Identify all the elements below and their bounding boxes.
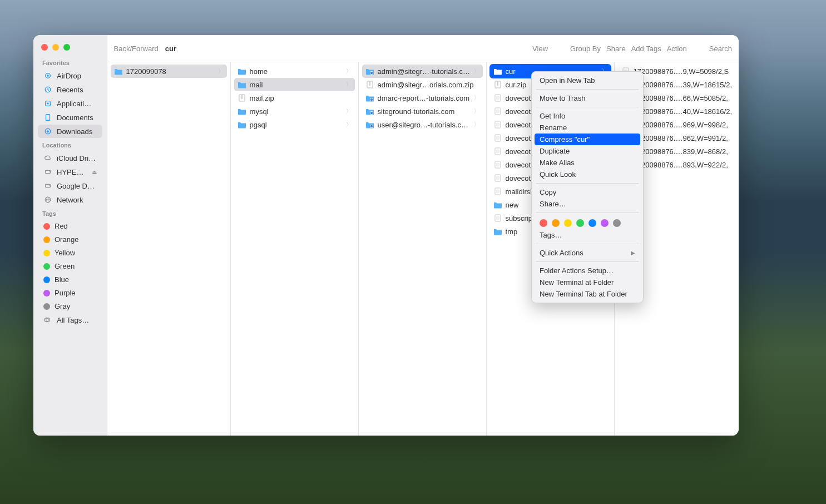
cm-new-terminal-tab-at-folder[interactable]: New Terminal Tab at Folder bbox=[532, 288, 643, 300]
cm-move-to-trash[interactable]: Move to Trash bbox=[532, 92, 643, 104]
add-tags-button[interactable]: Add Tags bbox=[631, 45, 661, 53]
file-row-mail[interactable]: mail 〉 bbox=[234, 78, 355, 91]
sidebar-tag-green[interactable]: Green bbox=[38, 260, 102, 273]
sidebar-item-recents[interactable]: Recents bbox=[38, 83, 102, 96]
file-row-home[interactable]: home 〉 bbox=[234, 65, 355, 78]
file-row-admin-sitegr-orials-com-zip[interactable]: admin@sitegr…orials.com.zip bbox=[362, 78, 483, 91]
sidebar-item-downloads[interactable]: Downloads bbox=[38, 125, 102, 138]
cm-get-info[interactable]: Get Info bbox=[532, 110, 643, 122]
tag-color-dot[interactable] bbox=[613, 219, 621, 227]
svg-point-26 bbox=[370, 125, 372, 127]
action-button[interactable]: Action bbox=[667, 45, 687, 53]
all-tags-icon bbox=[43, 315, 52, 324]
sidebar-item-documents[interactable]: Documents bbox=[38, 111, 102, 124]
file-name-label: 1720098876.…962,W=991/2, bbox=[634, 134, 732, 142]
sidebar-tag-blue[interactable]: Blue bbox=[38, 273, 102, 286]
share-button[interactable]: Share bbox=[606, 45, 626, 53]
sidebar: Favorites AirDrop Recents Applicati… Doc… bbox=[33, 35, 107, 436]
folder-remote-icon bbox=[365, 120, 374, 129]
cm-new-terminal-at-folder[interactable]: New Terminal at Folder bbox=[532, 276, 643, 288]
chevron-right-icon: 〉 bbox=[474, 107, 479, 115]
file-name-label: mysql bbox=[250, 107, 343, 116]
file-row-mail-zip[interactable]: mail.zip bbox=[234, 91, 355, 105]
file-row-siteground-tutorials-com[interactable]: siteground-tutorials.com 〉 bbox=[362, 105, 483, 118]
cm-folder-actions-setup[interactable]: Folder Actions Setup… bbox=[532, 265, 643, 276]
file-row-dmarc-report-tutorials-com[interactable]: dmarc-report…-tutorials.com 〉 bbox=[362, 91, 483, 105]
file-name-label: pgsql bbox=[250, 121, 343, 129]
cm-quick-actions[interactable]: Quick Actions ▶ bbox=[532, 247, 643, 259]
sidebar-tag-purple[interactable]: Purple bbox=[38, 286, 102, 299]
file-name-label: 1720098876.…40,W=18616/2, bbox=[634, 107, 732, 116]
cm-compress[interactable]: Compress "cur" bbox=[535, 134, 640, 145]
desktop: Favorites AirDrop Recents Applicati… Doc… bbox=[0, 0, 826, 504]
file-row-user-sitegro-tutorials-com[interactable]: user@sitegro…-tutorials.com 〉 bbox=[362, 118, 483, 131]
tag-color-dot[interactable] bbox=[540, 219, 547, 227]
doc-icon bbox=[43, 113, 52, 122]
chevron-right-icon: ▶ bbox=[631, 250, 635, 256]
file-icon bbox=[493, 174, 502, 182]
file-name-label: user@sitegro…-tutorials.com bbox=[378, 121, 471, 129]
file-row-mysql[interactable]: mysql 〉 bbox=[234, 105, 355, 118]
file-row-1720099078[interactable]: 1720099078 〉 bbox=[111, 65, 227, 78]
eject-icon[interactable]: ⏏ bbox=[92, 169, 97, 175]
sidebar-item-icloud-dri[interactable]: iCloud Dri… bbox=[38, 151, 102, 165]
sidebar-tag-orange[interactable]: Orange bbox=[38, 233, 102, 246]
sidebar-item-all-tags[interactable]: All Tags… bbox=[38, 313, 102, 327]
file-name-label: 1720098876.…839,W=868/2, bbox=[634, 147, 732, 156]
sidebar-item-hype[interactable]: HYPE… ⏏ bbox=[38, 165, 102, 179]
sidebar-item-applicati[interactable]: Applicati… bbox=[38, 97, 102, 110]
file-name-label: 1720099078 bbox=[126, 67, 215, 76]
file-name-label: 1720098876.…66,W=5085/2, bbox=[634, 94, 732, 102]
tag-color-dot[interactable] bbox=[576, 219, 584, 227]
tag-dot-icon bbox=[43, 263, 50, 270]
sidebar-item-label: Blue bbox=[55, 275, 97, 284]
sidebar-tag-red[interactable]: Red bbox=[38, 220, 102, 233]
main-area: Back/Forward cur View Group By Share Add… bbox=[107, 35, 739, 436]
cm-share[interactable]: Share… bbox=[532, 198, 643, 210]
file-name-label: 1720098876.…893,W=922/2, bbox=[634, 161, 732, 169]
file-icon bbox=[493, 134, 502, 142]
group-by-button[interactable]: Group By bbox=[570, 45, 601, 53]
folder-remote-icon bbox=[365, 93, 374, 102]
all-tags-label: All Tags… bbox=[57, 316, 97, 324]
file-icon bbox=[493, 120, 502, 129]
zip-icon bbox=[365, 80, 374, 89]
tag-color-dot[interactable] bbox=[601, 219, 609, 227]
file-name-label: mail.zip bbox=[250, 94, 352, 102]
file-icon bbox=[493, 107, 502, 116]
close-window-button[interactable] bbox=[41, 44, 48, 51]
sidebar-item-label: HYPE… bbox=[57, 168, 87, 176]
view-button[interactable]: View bbox=[532, 45, 548, 53]
back-forward-button[interactable]: Back/Forward bbox=[114, 45, 159, 53]
file-row-pgsql[interactable]: pgsql 〉 bbox=[234, 118, 355, 131]
fullscreen-window-button[interactable] bbox=[63, 44, 70, 51]
window-controls bbox=[33, 39, 107, 56]
cm-rename[interactable]: Rename bbox=[532, 122, 643, 134]
cm-quick-look[interactable]: Quick Look bbox=[532, 169, 643, 180]
folder-remote-icon bbox=[365, 107, 374, 116]
cm-tags[interactable]: Tags… bbox=[532, 229, 643, 241]
tag-color-dot[interactable] bbox=[588, 219, 596, 227]
sidebar-tag-yellow[interactable]: Yellow bbox=[38, 246, 102, 259]
sidebar-tag-gray[interactable]: Gray bbox=[38, 300, 102, 313]
sidebar-item-network[interactable]: Network bbox=[38, 193, 102, 206]
cm-open-new-tab[interactable]: Open in New Tab bbox=[532, 75, 643, 86]
cm-copy[interactable]: Copy bbox=[532, 186, 643, 198]
sidebar-item-airdrop[interactable]: AirDrop bbox=[38, 69, 102, 82]
cm-duplicate[interactable]: Duplicate bbox=[532, 145, 643, 157]
sidebar-item-label: iCloud Dri… bbox=[57, 154, 97, 162]
app-icon bbox=[43, 99, 52, 108]
tag-color-dot[interactable] bbox=[552, 219, 560, 227]
tag-color-dot[interactable] bbox=[564, 219, 572, 227]
sidebar-item-google-d[interactable]: Google D… bbox=[38, 179, 102, 192]
tag-dot-icon bbox=[43, 223, 50, 230]
cm-make-alias[interactable]: Make Alias bbox=[532, 157, 643, 169]
file-row-admin-sitegr-tutorials-com[interactable]: admin@sitegr…-tutorials.com 〉 bbox=[362, 65, 483, 78]
search-button[interactable]: Search bbox=[709, 45, 732, 53]
minimize-window-button[interactable] bbox=[52, 44, 59, 51]
folder-icon bbox=[238, 80, 246, 89]
cm-separator bbox=[536, 261, 639, 262]
file-name-label: 1720098876.…9,W=5098/2,S bbox=[634, 67, 732, 76]
column-2: home 〉 mail 〉 mail.zip mysql 〉 pgsql 〉 bbox=[231, 62, 359, 436]
zip-icon bbox=[238, 93, 246, 102]
